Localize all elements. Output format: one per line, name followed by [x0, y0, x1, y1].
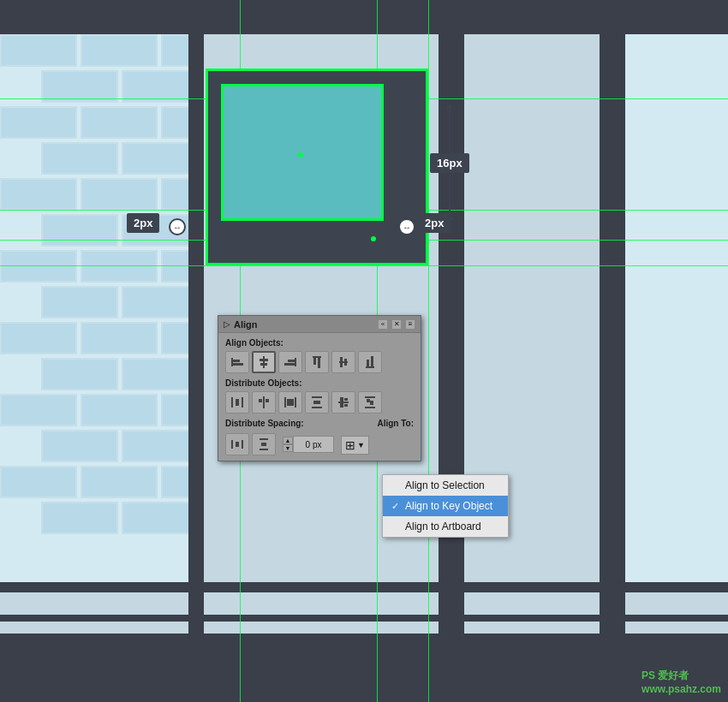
distribute-left-btn[interactable]	[225, 391, 249, 413]
svg-rect-28	[312, 396, 322, 398]
svg-rect-4	[260, 359, 268, 361]
svg-rect-19	[242, 397, 243, 408]
panel-double-arrow[interactable]: «	[378, 319, 388, 330]
check-icon-key-object: ✓	[391, 501, 402, 512]
align-center-v-btn[interactable]	[331, 351, 355, 373]
svg-rect-40	[231, 440, 233, 449]
svg-rect-43	[260, 438, 268, 440]
svg-rect-17	[371, 356, 373, 366]
horizontal-bar1	[0, 582, 728, 592]
svg-rect-10	[313, 358, 316, 365]
svg-rect-9	[313, 356, 321, 358]
menu-item-align-key-object[interactable]: ✓ Align to Key Object	[383, 496, 508, 516]
align-right-btn[interactable]	[278, 351, 302, 373]
panel-controls[interactable]: « ✕ ≡	[378, 319, 415, 330]
spin-down[interactable]: ▼	[283, 444, 293, 452]
distribute-bottom-btn[interactable]	[358, 391, 382, 413]
menu-item-align-selection[interactable]: Align to Selection	[383, 475, 508, 496]
svg-rect-1	[233, 360, 240, 362]
check-icon-artboard	[391, 521, 402, 532]
dim-2px-left-label: 2px	[127, 213, 159, 233]
dropdown-arrow-icon: ▼	[357, 441, 365, 449]
guide-h4	[0, 265, 728, 266]
svg-rect-30	[313, 401, 320, 404]
panel-titlebar: ▷ Align « ✕ ≡	[218, 316, 421, 333]
check-icon-selection	[391, 480, 402, 491]
distribute-right-btn[interactable]	[278, 391, 302, 413]
distribute-objects-row	[225, 391, 414, 413]
menu-item-label-key-object: Align to Key Object	[405, 500, 492, 512]
spacing-input-group[interactable]: ▲ ▼	[283, 436, 334, 453]
vertical-dimension-indicator: 16px	[430, 103, 469, 223]
svg-rect-34	[344, 398, 348, 401]
svg-rect-3	[263, 356, 265, 368]
svg-rect-26	[287, 399, 290, 406]
menu-item-align-artboard[interactable]: Align to Artboard	[383, 516, 508, 537]
svg-rect-7	[288, 360, 295, 362]
svg-rect-21	[263, 396, 265, 408]
bottom-controls: ▲ ▼ ⊞ ▼	[225, 433, 414, 455]
svg-rect-27	[290, 399, 294, 406]
align-center-h-btn[interactable]	[252, 351, 276, 373]
svg-rect-32	[340, 397, 343, 402]
distribute-spacing-row	[225, 433, 276, 455]
svg-rect-18	[231, 397, 233, 408]
spacing-input[interactable]	[293, 436, 334, 453]
svg-rect-23	[266, 399, 269, 402]
svg-rect-8	[284, 363, 295, 366]
dim-2px-right-label: 2px	[418, 213, 451, 233]
monitor-bottom-bar	[221, 229, 384, 253]
svg-rect-31	[338, 402, 349, 403]
distribute-spacing-h-btn[interactable]	[225, 433, 249, 455]
distribute-center-h-btn[interactable]	[252, 391, 276, 413]
align-to-dropdown[interactable]: ⊞ ▼	[341, 436, 369, 455]
arrow-circle-right: ↔	[398, 218, 415, 235]
svg-rect-13	[340, 357, 343, 367]
panel-arrow-icon: ▷	[224, 319, 230, 329]
watermark-line2: www.psahz.com	[641, 683, 721, 695]
align-bottom-btn[interactable]	[358, 351, 382, 373]
distribute-top-btn[interactable]	[305, 391, 329, 413]
align-to-label: Align To:	[377, 419, 414, 428]
align-to-dropdown-menu[interactable]: Align to Selection ✓ Align to Key Object…	[382, 474, 509, 538]
bottom-dot	[371, 236, 376, 241]
horizontal-bar2	[0, 615, 728, 622]
svg-rect-39	[370, 401, 373, 405]
svg-rect-11	[318, 358, 320, 368]
bottom-section-labels: Distribute Spacing: Align To:	[225, 419, 414, 431]
distribute-spacing-label: Distribute Spacing:	[225, 419, 304, 428]
svg-rect-5	[260, 363, 267, 366]
svg-rect-25	[295, 397, 296, 408]
right-light-area	[625, 34, 728, 582]
svg-rect-37	[365, 407, 375, 408]
outer-rect	[206, 68, 428, 265]
brick-area	[0, 34, 188, 582]
align-panel: ▷ Align « ✕ ≡ Align Objects:	[218, 315, 421, 461]
spin-buttons[interactable]: ▲ ▼	[283, 437, 293, 452]
distribute-objects-label: Distribute Objects:	[225, 378, 414, 388]
svg-rect-6	[295, 358, 296, 366]
align-top-btn[interactable]	[305, 351, 329, 373]
svg-rect-42	[236, 442, 239, 447]
panel-body: Align Objects:	[218, 333, 421, 461]
align-left-btn[interactable]	[225, 351, 249, 373]
panel-menu-btn[interactable]: ≡	[405, 319, 415, 330]
svg-rect-45	[261, 443, 266, 446]
distribute-spacing-v-btn[interactable]	[252, 433, 276, 455]
left-dimension-indicator: 2px	[127, 218, 140, 227]
svg-rect-16	[367, 360, 369, 366]
svg-rect-14	[344, 359, 347, 366]
watermark-line1: PS 爱好者	[641, 669, 721, 683]
spin-up[interactable]: ▲	[283, 437, 293, 444]
menu-item-label-artboard: Align to Artboard	[405, 521, 481, 532]
svg-rect-2	[233, 363, 243, 366]
left-vertical-bar	[188, 0, 204, 702]
guide-v3	[428, 0, 429, 702]
svg-rect-41	[242, 440, 243, 449]
menu-item-label-selection: Align to Selection	[405, 479, 485, 491]
svg-rect-29	[312, 407, 322, 408]
arrow-circle-left: ↔	[169, 218, 186, 235]
distribute-center-v-btn[interactable]	[331, 391, 355, 413]
design-element	[206, 68, 428, 265]
panel-close-btn[interactable]: ✕	[391, 319, 402, 330]
